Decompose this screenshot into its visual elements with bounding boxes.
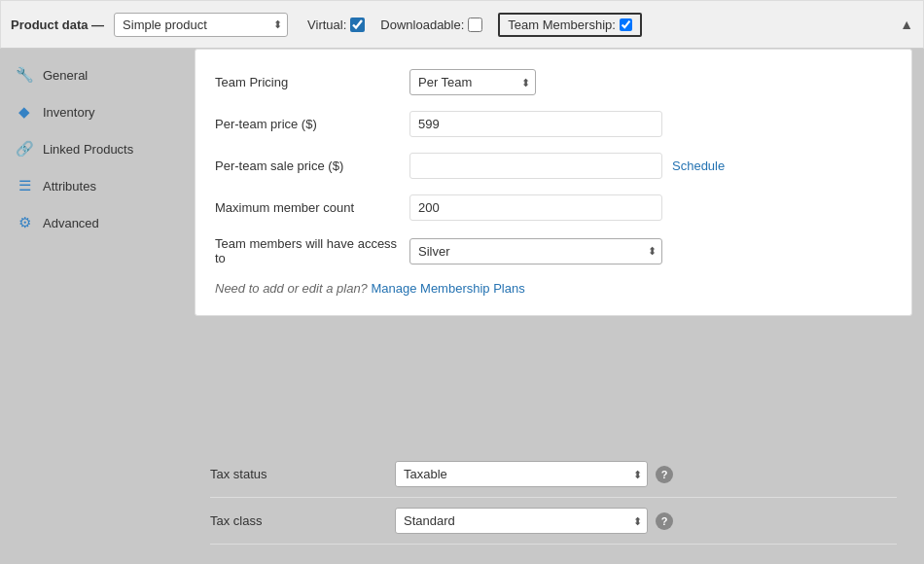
team-members-access-row: Team members will have access to Silver … (215, 236, 888, 265)
team-pricing-select-wrapper[interactable]: Per Team Per Member (409, 69, 536, 95)
per-team-price-label: Per-team price ($) (215, 117, 400, 131)
tax-status-select[interactable]: Taxable Shipping only None (395, 461, 648, 487)
tax-class-field-area: Standard Reduced rate Zero rate ? (395, 508, 673, 534)
team-membership-option[interactable]: Team Membership: (498, 13, 642, 37)
virtual-option[interactable]: Virtual: (307, 18, 365, 32)
content-area: 🔧 General ◆ Inventory 🔗 Linked Products … (0, 49, 924, 564)
note-row: Need to add or edit a plan? Manage Membe… (215, 281, 888, 296)
collapse-button[interactable]: ▲ (900, 17, 913, 32)
tax-status-row: Tax status Taxable Shipping only None ? (210, 451, 897, 498)
max-member-count-row: Maximum member count (215, 194, 888, 221)
per-team-sale-price-label: Per-team sale price ($) (215, 159, 400, 173)
team-members-access-label: Team members will have access to (215, 236, 400, 265)
sidebar-item-label-linked-products: Linked Products (43, 142, 133, 157)
team-pricing-select[interactable]: Per Team Per Member (409, 69, 536, 95)
per-team-sale-price-input[interactable] (409, 153, 662, 179)
sidebar-item-label-advanced: Advanced (43, 216, 99, 230)
tax-class-select-wrapper[interactable]: Standard Reduced rate Zero rate (395, 508, 648, 534)
sidebar-item-label-inventory: Inventory (43, 105, 94, 120)
per-team-price-field-area (409, 111, 888, 137)
downloadable-label: Downloadable: (380, 18, 464, 32)
per-team-price-row: Per-team price ($) (215, 111, 888, 137)
team-membership-label: Team Membership: (508, 18, 616, 32)
manage-membership-plans-link[interactable]: Manage Membership Plans (371, 281, 524, 296)
product-data-wrapper: Product data — Simple product Variable p… (0, 0, 924, 564)
link-icon: 🔗 (16, 140, 33, 158)
sidebar-item-advanced[interactable]: ⚙ Advanced (0, 204, 195, 241)
tax-status-select-wrapper[interactable]: Taxable Shipping only None (395, 461, 648, 487)
product-type-select-wrapper[interactable]: Simple product Variable product Grouped … (114, 13, 288, 37)
list-icon: ☰ (16, 177, 33, 194)
team-members-access-field-area: Silver Gold Bronze (409, 238, 888, 264)
sidebar-item-general[interactable]: 🔧 General (0, 56, 195, 93)
max-member-count-label: Maximum member count (215, 200, 400, 215)
main-panel: Team Pricing Per Team Per Member Per-tea… (195, 49, 924, 564)
downloadable-checkbox[interactable] (468, 18, 482, 32)
header-label: Product data — (11, 18, 104, 32)
max-member-count-field-area (409, 194, 888, 221)
team-membership-card: Team Pricing Per Team Per Member Per-tea… (195, 49, 912, 316)
downloadable-option[interactable]: Downloadable: (380, 18, 482, 32)
tax-status-label: Tax status (210, 467, 385, 481)
tax-status-help-icon[interactable]: ? (656, 466, 673, 483)
header-bar: Product data — Simple product Variable p… (0, 0, 924, 49)
team-pricing-row: Team Pricing Per Team Per Member (215, 69, 888, 95)
per-team-sale-price-field-area: Schedule (409, 153, 888, 179)
sidebar-item-inventory[interactable]: ◆ Inventory (0, 93, 195, 130)
team-members-access-select-wrapper[interactable]: Silver Gold Bronze (409, 238, 662, 264)
team-pricing-field-area: Per Team Per Member (409, 69, 888, 95)
sidebar-item-label-general: General (43, 68, 88, 83)
schedule-link[interactable]: Schedule (672, 159, 725, 173)
max-member-count-input[interactable] (409, 194, 662, 221)
sidebar-item-attributes[interactable]: ☰ Attributes (0, 167, 195, 204)
header-options: Virtual: Downloadable: Team Membership: (307, 13, 890, 37)
per-team-sale-price-row: Per-team sale price ($) Schedule (215, 153, 888, 179)
tax-class-label: Tax class (210, 513, 385, 528)
tax-class-help-icon[interactable]: ? (656, 512, 673, 530)
product-type-select[interactable]: Simple product Variable product Grouped … (114, 13, 288, 37)
sidebar: 🔧 General ◆ Inventory 🔗 Linked Products … (0, 49, 195, 564)
team-members-access-select[interactable]: Silver Gold Bronze (409, 238, 662, 264)
virtual-checkbox[interactable] (350, 18, 365, 32)
tax-class-row: Tax class Standard Reduced rate Zero rat… (210, 498, 897, 545)
note-text: Need to add or edit a plan? (215, 281, 368, 296)
wrench-icon: 🔧 (16, 66, 33, 84)
virtual-label: Virtual: (307, 18, 346, 32)
diamond-icon: ◆ (16, 103, 33, 121)
per-team-price-input[interactable] (409, 111, 662, 137)
tax-status-field-area: Taxable Shipping only None ? (395, 461, 673, 487)
team-pricing-label: Team Pricing (215, 75, 400, 89)
sidebar-item-linked-products[interactable]: 🔗 Linked Products (0, 130, 195, 167)
team-membership-checkbox[interactable] (620, 18, 632, 31)
sidebar-item-label-attributes: Attributes (43, 179, 96, 194)
tax-class-select[interactable]: Standard Reduced rate Zero rate (395, 508, 648, 534)
bottom-fields: Tax status Taxable Shipping only None ? (195, 451, 912, 545)
gear-icon: ⚙ (16, 214, 33, 231)
